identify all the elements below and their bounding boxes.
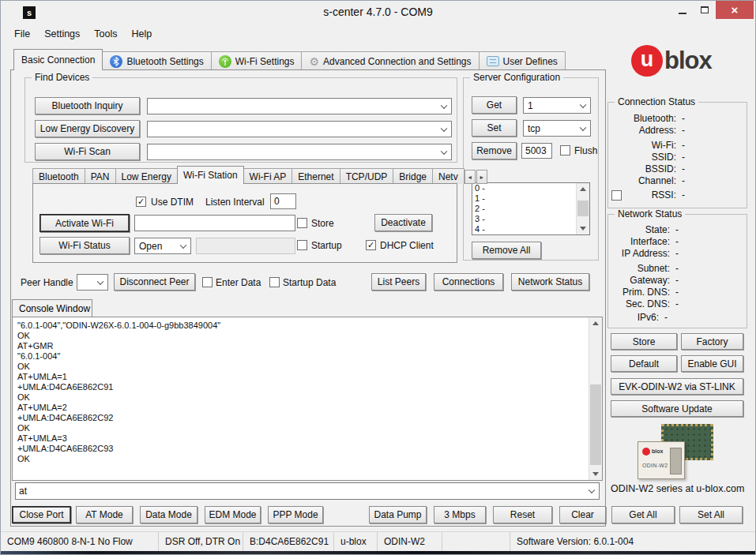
ppp-mode-button[interactable]: PPP Mode — [268, 506, 323, 523]
dhcp-client-checkbox[interactable]: ✓ — [366, 240, 376, 250]
scroll-down-icon[interactable] — [589, 468, 602, 480]
tab-tcp-udp[interactable]: TCP/UDP — [340, 168, 394, 184]
enable-gui-button[interactable]: Enable GUI — [681, 355, 743, 372]
chip-logo-text: blox — [652, 448, 663, 454]
tab-basic-connection[interactable]: Basic Connection — [13, 49, 103, 70]
scroll-up-icon[interactable] — [589, 317, 602, 329]
set-button[interactable]: Set — [472, 119, 517, 137]
list-item[interactable]: 0 - — [472, 183, 589, 193]
server-index-combo[interactable]: 1 — [523, 97, 591, 114]
server-type-combo[interactable]: tcp — [523, 120, 591, 137]
data-pump-button[interactable]: Data Pump — [369, 506, 427, 523]
tab-wifi-settings[interactable]: Wi-Fi Settings — [211, 51, 303, 70]
disconnect-peer-button[interactable]: Disconnect Peer — [114, 273, 195, 291]
scroll-up-icon[interactable] — [577, 183, 589, 195]
connections-button[interactable]: Connections — [434, 273, 503, 291]
edm-mode-button[interactable]: EDM Mode — [205, 506, 261, 523]
peer-handle-label: Peer Handle — [21, 277, 73, 288]
tab-scroll-right-button[interactable]: ► — [476, 170, 487, 184]
listbox-scrollbar[interactable] — [576, 183, 589, 234]
list-item[interactable]: 4 - — [472, 224, 589, 234]
server-listbox[interactable]: 0 - 1 - 2 - 3 - 4 - — [472, 182, 590, 235]
security-combo[interactable]: Open — [134, 238, 191, 254]
at-command-input[interactable] — [15, 482, 600, 500]
module-caption-link[interactable]: ODIN-W2 series at u-blox.com — [611, 483, 744, 494]
chevron-down-icon — [180, 242, 186, 248]
store-button[interactable]: Store — [611, 333, 677, 350]
tab-pan[interactable]: PAN — [85, 168, 116, 184]
low-energy-discovery-button[interactable]: Low Energy Discovery — [35, 120, 140, 137]
ssid-input[interactable] — [134, 215, 295, 231]
activate-wifi-button[interactable]: Activate Wi-Fi — [39, 214, 130, 232]
startup-data-checkbox[interactable] — [269, 277, 280, 287]
wifi-status-button[interactable]: Wi-Fi Status — [39, 237, 130, 254]
wifi-scan-button[interactable]: Wi-Fi Scan — [35, 143, 140, 160]
tab-user-defines[interactable]: User Defines — [479, 51, 566, 70]
tab-wifi-ap[interactable]: Wi-Fi AP — [243, 168, 293, 184]
close-icon: × — [732, 3, 739, 17]
status-value: - — [675, 248, 679, 259]
list-item[interactable]: 3 - — [472, 214, 589, 224]
tab-wifi-station[interactable]: Wi-Fi Station — [177, 166, 244, 184]
close-button[interactable]: × — [716, 1, 754, 19]
enter-data-label: Enter Data — [216, 277, 261, 288]
three-mbps-button[interactable]: 3 Mbps — [434, 506, 486, 523]
listen-interval-label: Listen Interval — [205, 197, 265, 208]
tab-ethernet[interactable]: Ethernet — [291, 168, 340, 184]
maximize-button[interactable] — [694, 1, 715, 19]
at-mode-button[interactable]: AT Mode — [76, 506, 133, 523]
software-update-button[interactable]: Software Update — [611, 400, 743, 417]
get-all-button[interactable]: Get All — [611, 506, 675, 523]
data-mode-button[interactable]: Data Mode — [140, 506, 197, 523]
tab-advanced-connection[interactable]: ⚙ Advanced Connection and Settings — [301, 51, 479, 70]
startup-checkbox[interactable] — [297, 240, 307, 250]
console-scrollbar[interactable] — [589, 317, 602, 480]
tab-bluetooth-settings[interactable]: Bluetooth Settings — [102, 51, 211, 70]
bluetooth-inquiry-button[interactable]: Bluetooth Inquiry — [35, 97, 140, 114]
reset-button[interactable]: Reset — [493, 506, 552, 523]
status-label: BSSID: — [608, 163, 676, 174]
close-port-button[interactable]: Close Port — [12, 506, 71, 523]
evk-odin-w2-button[interactable]: EVK-ODIN-W2 via ST-LINK — [611, 378, 743, 395]
enter-data-checkbox[interactable] — [202, 277, 213, 287]
default-button[interactable]: Default — [611, 355, 677, 372]
tab-network[interactable]: Netv — [432, 168, 465, 184]
menu-tools[interactable]: Tools — [87, 26, 124, 42]
use-dtim-checkbox[interactable]: ✓ — [136, 197, 146, 207]
factory-button[interactable]: Factory — [681, 333, 743, 350]
store-checkbox[interactable] — [297, 218, 307, 228]
bluetooth-inquiry-combo[interactable] — [147, 98, 452, 114]
get-button[interactable]: Get — [472, 96, 517, 114]
remove-button[interactable]: Remove — [472, 142, 517, 159]
ublox-logo: u blox — [631, 45, 712, 77]
set-all-button[interactable]: Set All — [679, 506, 743, 523]
scroll-thumb[interactable] — [577, 201, 589, 216]
list-peers-button[interactable]: List Peers — [371, 273, 426, 291]
status-value: - — [682, 113, 685, 124]
low-energy-discovery-combo[interactable] — [147, 121, 452, 137]
deactivate-button[interactable]: Deactivate — [374, 214, 432, 231]
list-item[interactable]: 2 - — [472, 204, 589, 214]
tab-bluetooth[interactable]: Bluetooth — [32, 168, 85, 184]
console-window-tab[interactable]: Console Window — [12, 299, 92, 317]
flush-checkbox[interactable] — [560, 145, 570, 156]
tab-bridge[interactable]: Bridge — [393, 168, 433, 184]
wifi-scan-combo[interactable] — [147, 144, 452, 160]
chip-label: ODIN-W2 — [642, 463, 668, 468]
remove-all-button[interactable]: Remove All — [472, 242, 541, 259]
menu-settings[interactable]: Settings — [37, 26, 87, 42]
scroll-thumb[interactable] — [590, 384, 601, 465]
port-input[interactable] — [521, 143, 552, 159]
clear-button[interactable]: Clear — [559, 506, 606, 523]
listen-interval-input[interactable] — [270, 193, 296, 209]
tab-scroll-left-button[interactable]: ◄ — [465, 170, 476, 184]
peer-handle-combo[interactable] — [77, 274, 108, 291]
network-status-button[interactable]: Network Status — [511, 273, 589, 291]
console-output[interactable]: "6.0.1-004","ODIN-W26X-6.0.1-004-0-g9bb3… — [12, 317, 603, 481]
scroll-down-icon[interactable] — [577, 223, 589, 234]
tab-low-energy[interactable]: Low Energy — [115, 168, 178, 184]
menu-help[interactable]: Help — [125, 26, 160, 42]
minimize-button[interactable] — [672, 1, 693, 19]
menu-file[interactable]: File — [7, 26, 37, 42]
list-item[interactable]: 1 - — [472, 193, 589, 204]
